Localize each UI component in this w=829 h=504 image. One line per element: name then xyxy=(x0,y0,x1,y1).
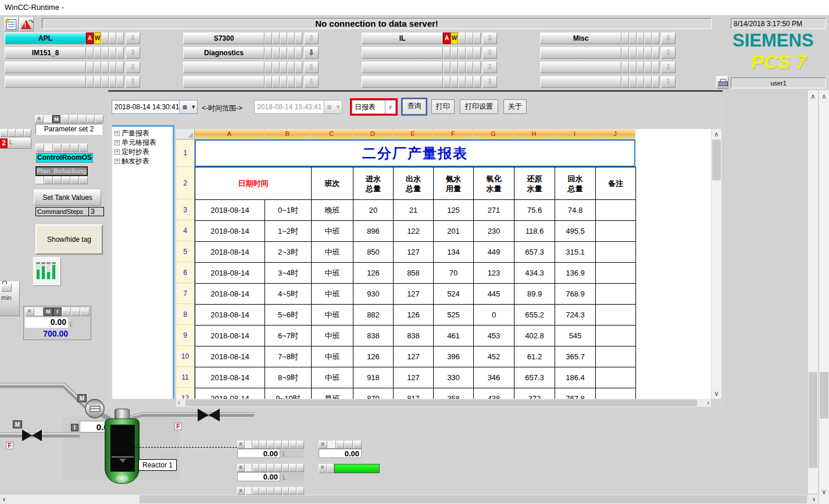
data-cell[interactable]: 896 xyxy=(353,221,394,242)
status-cell[interactable] xyxy=(101,76,109,88)
data-cell[interactable]: 545 xyxy=(555,326,596,346)
status-cell[interactable] xyxy=(280,76,287,88)
warning-badge[interactable]: W xyxy=(451,33,458,44)
data-cell[interactable]: 2018-08-14 xyxy=(195,305,265,326)
row-header[interactable]: 4 xyxy=(176,220,195,241)
scroll-down-icon[interactable]: ∨ xyxy=(819,488,829,496)
status-cell[interactable] xyxy=(451,47,458,59)
strip-cell[interactable] xyxy=(62,176,70,184)
scroll-right-icon[interactable]: › xyxy=(813,495,815,503)
data-cell[interactable]: 5~6时 xyxy=(265,305,312,326)
row-header[interactable]: 3 xyxy=(176,199,195,220)
column-header[interactable]: E xyxy=(393,129,433,140)
strip-cell[interactable] xyxy=(35,144,44,152)
data-cell[interactable]: 75.6 xyxy=(514,200,555,221)
picture-down-arrow-icon[interactable]: ⇩ xyxy=(304,47,319,59)
header-cell[interactable]: 备注 xyxy=(596,167,636,200)
data-cell[interactable] xyxy=(596,367,636,388)
data-cell[interactable]: 2018-08-14 xyxy=(195,200,265,221)
lock-button[interactable] xyxy=(1,283,12,292)
status-cell[interactable] xyxy=(443,62,451,73)
data-cell[interactable]: 186.4 xyxy=(555,367,596,388)
bottom-hscrollbar[interactable]: ‹ › xyxy=(0,495,819,504)
picture-down-arrow-icon[interactable]: ⇩ xyxy=(483,76,497,88)
nav-button-empty[interactable] xyxy=(362,76,443,88)
scroll-thumb[interactable] xyxy=(712,140,721,180)
status-cell[interactable] xyxy=(451,76,458,88)
strip-cell[interactable] xyxy=(289,487,296,495)
data-cell[interactable]: 525 xyxy=(434,305,474,326)
status-cell[interactable] xyxy=(644,62,652,73)
data-cell[interactable]: 中班 xyxy=(312,263,353,284)
status-cell[interactable] xyxy=(621,62,629,73)
picture-down-arrow-icon[interactable]: ⇩ xyxy=(304,62,319,73)
strip-cell[interactable] xyxy=(245,464,252,472)
data-cell[interactable] xyxy=(596,200,636,221)
status-cell[interactable] xyxy=(272,47,280,59)
data-cell[interactable]: 434.3 xyxy=(514,263,555,284)
status-cell[interactable] xyxy=(295,47,302,59)
data-cell[interactable]: 330 xyxy=(434,367,474,388)
report-type-select[interactable]: 日报表 ∨ xyxy=(350,98,398,116)
status-cell[interactable] xyxy=(86,47,94,59)
status-cell[interactable] xyxy=(287,33,295,44)
status-cell[interactable] xyxy=(94,76,101,88)
header-cell[interactable]: 进水 总量 xyxy=(353,167,394,200)
menu-icon[interactable]: ≡ xyxy=(25,308,34,316)
tree-item[interactable]: +触发抄表 xyxy=(112,156,173,166)
nav-button-empty[interactable] xyxy=(183,62,265,73)
menu-icon[interactable]: ≡ xyxy=(35,115,44,123)
expand-plus-icon[interactable]: + xyxy=(115,159,120,164)
strip-cell[interactable] xyxy=(53,144,62,152)
status-cell[interactable] xyxy=(637,62,644,73)
strip-cell[interactable] xyxy=(60,115,69,123)
status-cell[interactable] xyxy=(466,76,473,88)
calendar-icon[interactable]: ▦ xyxy=(179,101,190,113)
faceplate-strip[interactable]: ≡ xyxy=(319,464,334,473)
status-cell[interactable] xyxy=(458,33,466,44)
strip-cell[interactable] xyxy=(245,487,252,495)
status-cell[interactable] xyxy=(652,76,659,88)
strip-cell[interactable] xyxy=(252,464,260,472)
strip-cell[interactable] xyxy=(274,464,282,472)
status-cell[interactable] xyxy=(86,62,94,73)
nav-button-empty[interactable] xyxy=(362,47,443,59)
picture-down-arrow-icon[interactable]: ⇩ xyxy=(661,62,676,73)
header-cell[interactable]: 回水 总量 xyxy=(555,167,596,200)
data-cell[interactable]: 6~7时 xyxy=(265,326,312,346)
status-cell[interactable] xyxy=(287,47,295,59)
strip-cell[interactable] xyxy=(53,176,62,184)
data-cell[interactable]: 655.2 xyxy=(514,305,555,326)
data-cell[interactable]: 201 xyxy=(434,221,474,242)
strip-cell[interactable] xyxy=(95,115,103,123)
menu-icon[interactable]: ≡ xyxy=(319,464,327,473)
data-cell[interactable]: 中班 xyxy=(312,284,353,305)
status-cell[interactable] xyxy=(629,76,637,88)
status-cell[interactable] xyxy=(101,62,109,73)
header-date-cell[interactable]: 日期时间 xyxy=(195,167,312,200)
data-cell[interactable] xyxy=(596,263,636,284)
strip-cell[interactable] xyxy=(274,487,282,495)
nav-button-empty[interactable] xyxy=(362,62,443,73)
tank-level-value[interactable]: 0.00 xyxy=(25,317,68,328)
status-cell[interactable] xyxy=(621,33,629,44)
nav-button-S7300[interactable]: S7300 xyxy=(183,33,265,44)
expand-plus-icon[interactable]: + xyxy=(115,149,120,155)
status-cell[interactable] xyxy=(473,76,481,88)
status-cell[interactable] xyxy=(265,62,272,73)
menu-icon[interactable]: ≡ xyxy=(319,441,327,449)
status-cell[interactable] xyxy=(458,62,466,73)
data-cell[interactable]: 134 xyxy=(434,242,474,263)
data-cell[interactable]: 136.9 xyxy=(555,263,596,284)
status-cell[interactable] xyxy=(473,33,481,44)
status-cell[interactable] xyxy=(644,76,652,88)
header-cell[interactable]: 出水 总量 xyxy=(394,167,434,200)
strip-cell[interactable] xyxy=(79,176,88,184)
indicator-badge[interactable]: I xyxy=(71,424,78,431)
strip-cell[interactable] xyxy=(44,115,52,123)
picture-down-arrow-icon[interactable]: ⇩ xyxy=(661,33,676,44)
data-cell[interactable] xyxy=(596,284,636,305)
strip-cell[interactable] xyxy=(296,464,304,472)
status-cell[interactable] xyxy=(116,62,124,73)
data-cell[interactable]: 372 xyxy=(514,388,555,399)
